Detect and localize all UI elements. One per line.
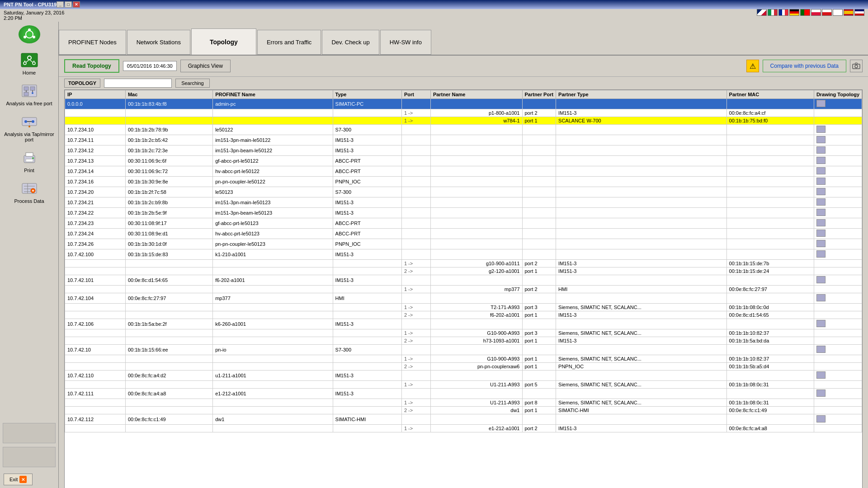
- table-row[interactable]: 10.7.234.22 00:1b:1b:2b:5e:9f im151-3pn-…: [65, 208, 862, 218]
- draw-topology-icon[interactable]: [816, 167, 826, 174]
- cell-drawing[interactable]: [814, 389, 862, 399]
- table-row[interactable]: 10.7.42.106 00:1b:1b:5a:be:2f k6-260-a10…: [65, 319, 862, 329]
- tab-profinet-nodes[interactable]: PROFINET Nodes: [59, 30, 126, 55]
- draw-topology-icon[interactable]: [816, 157, 826, 164]
- draw-topology-icon[interactable]: [816, 294, 826, 301]
- cell-drawing[interactable]: [814, 187, 862, 197]
- warning-icon[interactable]: ⚠: [746, 60, 759, 72]
- table-row[interactable]: 2 -> f6-202-a1001 port 1 IM151-3 00:0e:8…: [65, 311, 862, 319]
- draw-topology-icon[interactable]: [816, 276, 826, 283]
- table-row[interactable]: 1 -> e1-212-a1001 port 2 IM151-3 00:0e:8…: [65, 425, 862, 432]
- draw-topology-icon[interactable]: [816, 188, 826, 195]
- table-row[interactable]: 10.7.234.26 00:1b:1b:30:1d:0f pn-pn-coup…: [65, 239, 862, 249]
- draw-topology-icon[interactable]: [816, 126, 826, 133]
- table-row[interactable]: 10.7.234.24 00:30:11:08:9e:d1 hv-abcc-pr…: [65, 229, 862, 239]
- analysis-tap-button[interactable]: Analysis via Tap/mirror port: [2, 110, 57, 145]
- table-row[interactable]: 1 -> w784-1 port 1 SCALANCE W-700 00:1b:…: [65, 117, 862, 125]
- draw-topology-icon[interactable]: [816, 346, 826, 353]
- compare-button[interactable]: Compare with previous Data: [763, 60, 846, 72]
- cell-drawing[interactable]: [814, 371, 862, 381]
- cell-drawing[interactable]: [814, 99, 862, 109]
- cell-drawing[interactable]: [814, 218, 862, 229]
- table-row[interactable]: 1 -> G10-900-A993 port 1 Siemens, SIMATI…: [65, 355, 862, 363]
- cell-drawing[interactable]: [814, 145, 862, 156]
- table-row[interactable]: 10.7.234.10 00:1b:1b:2b:78:9b le50122 S7…: [65, 125, 862, 135]
- cell-drawing[interactable]: [814, 197, 862, 208]
- table-row[interactable]: 10.7.42.110 00:0e:8c:fc:a4:d2 u1-211-a10…: [65, 371, 862, 381]
- topology-table-container[interactable]: IP Mac PROFINET Name Type Port Partner N…: [64, 89, 863, 488]
- table-row[interactable]: 10.7.42.10 00:1b:1b:15:66:ee pn-io S7-30…: [65, 345, 862, 355]
- table-row[interactable]: 10.7.42.104 00:0e:8c:fc:27:97 mp377 HMI: [65, 293, 862, 304]
- search-input[interactable]: [104, 79, 172, 88]
- maximize-button[interactable]: □: [65, 1, 72, 8]
- print-button[interactable]: Print: [2, 146, 57, 175]
- table-row[interactable]: 10.7.234.16 00:1b:1b:30:9e:8e pn-pn-coup…: [65, 177, 862, 187]
- table-row[interactable]: 10.7.234.23 00:30:11:08:9f:17 gf-abcc-pr…: [65, 218, 862, 229]
- draw-topology-icon[interactable]: [816, 100, 826, 107]
- draw-topology-icon[interactable]: [816, 320, 826, 327]
- camera-button[interactable]: [850, 60, 863, 72]
- draw-topology-icon[interactable]: [816, 178, 826, 185]
- process-data-button[interactable]: Process Data: [2, 177, 57, 206]
- table-row[interactable]: 1 -> U1-211-A993 port 5 Siemens, SIMATIC…: [65, 381, 862, 389]
- table-row[interactable]: 1 -> T2-171-A993 port 3 Siemens, SIMATIC…: [65, 304, 862, 311]
- read-topology-button[interactable]: Read Topology: [64, 59, 119, 73]
- draw-topology-icon[interactable]: [816, 415, 826, 422]
- cell-drawing[interactable]: [814, 177, 862, 187]
- flag-es[interactable]: [844, 9, 854, 16]
- close-button[interactable]: ✕: [73, 1, 80, 8]
- cell-drawing[interactable]: [814, 239, 862, 249]
- cell-drawing[interactable]: [814, 125, 862, 135]
- table-row[interactable]: 10.7.234.20 00:1b:1b:2f:7c:58 le50123 S7…: [65, 187, 862, 197]
- table-row[interactable]: 1 -> g10-900-a1011 port 2 IM151-3 00:1b:…: [65, 260, 862, 267]
- tab-network-stations[interactable]: Network Stations: [127, 30, 190, 55]
- cell-drawing[interactable]: [814, 319, 862, 329]
- draw-topology-icon[interactable]: [816, 198, 826, 206]
- flag-cz[interactable]: [822, 9, 832, 16]
- tab-dev-check-up[interactable]: Dev. Check up: [322, 30, 379, 55]
- draw-topology-icon[interactable]: [816, 219, 826, 226]
- flag-it[interactable]: [768, 9, 778, 16]
- cell-drawing[interactable]: [814, 166, 862, 177]
- exit-button[interactable]: Exit ✕: [4, 474, 33, 485]
- table-row[interactable]: 10.7.234.12 00:1b:1b:2c:72:3e im151-3pn-…: [65, 145, 862, 156]
- table-row[interactable]: 10.7.234.14 00:30:11:06:9c:72 hv-abcc-pr…: [65, 166, 862, 177]
- table-row[interactable]: 1 -> mp377 port 2 HMI 00:0e:8c:fc:27:97: [65, 286, 862, 293]
- cell-drawing[interactable]: [814, 208, 862, 218]
- table-row[interactable]: 1 -> U1-211-A993 port 8 Siemens, SIMATIC…: [65, 399, 862, 407]
- table-row[interactable]: 2 -> dw1 port 1 SIMATIC-HMI 00:0e:8c:fc:…: [65, 407, 862, 414]
- draw-topology-icon[interactable]: [816, 250, 826, 258]
- flag-other[interactable]: [854, 9, 864, 16]
- flag-pl[interactable]: [811, 9, 821, 16]
- cell-drawing[interactable]: [814, 275, 862, 286]
- minimize-button[interactable]: _: [57, 1, 64, 8]
- table-row[interactable]: 10.7.234.11 00:1b:1b:2c:b5:42 im151-3pn-…: [65, 135, 862, 145]
- cell-drawing[interactable]: [814, 135, 862, 145]
- tab-topology[interactable]: Topology: [191, 28, 256, 55]
- draw-topology-icon[interactable]: [816, 240, 826, 247]
- cell-drawing[interactable]: [814, 229, 862, 239]
- cell-drawing[interactable]: [814, 414, 862, 425]
- cell-drawing[interactable]: [814, 156, 862, 166]
- table-row[interactable]: 10.7.234.21 00:1b:1b:2c:b9:8b im151-3pn-…: [65, 197, 862, 208]
- table-row[interactable]: 10.7.234.13 00:30:11:06:9c:6f gf-abcc-pr…: [65, 156, 862, 166]
- table-row[interactable]: 2 -> pn-pn-couplerxaw6 port 1 PNPN_IOC 0…: [65, 363, 862, 371]
- flag-fr[interactable]: [778, 9, 788, 16]
- cell-drawing[interactable]: [814, 293, 862, 304]
- flag-pt[interactable]: [800, 9, 810, 16]
- cell-drawing[interactable]: [814, 345, 862, 355]
- draw-topology-icon[interactable]: [816, 136, 826, 143]
- flag-uk[interactable]: [757, 9, 767, 16]
- draw-topology-icon[interactable]: [816, 389, 826, 397]
- table-row[interactable]: 10.7.42.111 00:0e:8c:fc:a4:a8 e1-212-a10…: [65, 389, 862, 399]
- table-row[interactable]: 2 -> g2-120-a1001 port 1 IM151-3 00:1b:1…: [65, 267, 862, 275]
- analysis-free-port-button[interactable]: Analysis via free port: [2, 80, 57, 108]
- table-row[interactable]: 10.7.42.100 00:1b:1b:15:de:83 k1-210-a10…: [65, 249, 862, 260]
- draw-topology-icon[interactable]: [816, 230, 826, 237]
- table-row[interactable]: 1 -> p1-800-a1001 port 2 IM151-3 00:0e:8…: [65, 109, 862, 117]
- table-row[interactable]: 0.0.0.0 00:1b:1b:83:4b:f8 admin-pc SIMAT…: [65, 99, 862, 109]
- home-button[interactable]: Home: [2, 49, 57, 78]
- draw-topology-icon[interactable]: [816, 209, 826, 216]
- searching-button[interactable]: Searching: [175, 79, 210, 88]
- cell-drawing[interactable]: [814, 249, 862, 260]
